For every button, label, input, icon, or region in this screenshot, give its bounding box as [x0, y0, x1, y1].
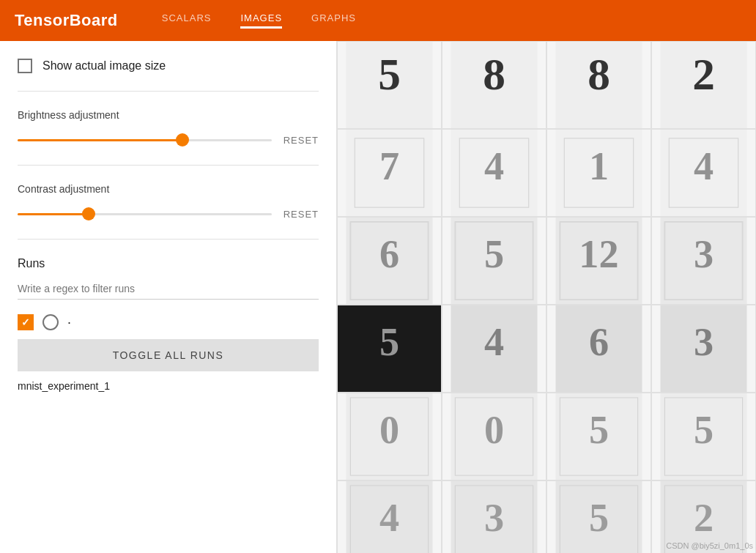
image-cell: 4 — [442, 129, 546, 217]
brightness-thumb[interactable] — [176, 133, 189, 146]
image-cell: 4 — [651, 129, 756, 217]
svg-text:3: 3 — [694, 320, 714, 364]
sidebar: Show actual image size Brightness adjust… — [0, 41, 337, 553]
image-cell: 3 — [651, 305, 756, 393]
show-image-size-checkbox[interactable] — [18, 59, 32, 73]
svg-text:2: 2 — [694, 496, 714, 540]
image-cell: 5 — [651, 393, 756, 480]
svg-text:4: 4 — [484, 144, 504, 188]
image-cell: 5 — [337, 305, 442, 393]
show-image-size-label: Show actual image size — [42, 59, 166, 73]
image-cell: 8 — [546, 41, 651, 129]
image-cell: 5 — [337, 41, 442, 129]
runs-controls: · — [18, 314, 319, 330]
svg-text:6: 6 — [379, 232, 399, 276]
runs-filter-input[interactable] — [18, 283, 319, 300]
svg-text:4: 4 — [694, 144, 714, 188]
svg-text:3: 3 — [694, 232, 714, 276]
nav-images[interactable]: IMAGES — [240, 12, 282, 29]
svg-text:12: 12 — [579, 232, 618, 276]
image-cell: 0 — [442, 393, 546, 480]
watermark: CSDN @biy5zi_0m1_0s — [666, 541, 753, 550]
svg-text:8: 8 — [588, 49, 610, 99]
svg-text:3: 3 — [484, 496, 504, 540]
image-cell: 6 — [337, 217, 442, 305]
app-logo: TensorBoard — [15, 11, 118, 30]
brightness-slider-container[interactable] — [18, 133, 272, 147]
contrast-reset-button[interactable]: RESET — [284, 209, 319, 220]
svg-text:5: 5 — [589, 496, 609, 540]
contrast-fill — [18, 213, 89, 215]
svg-text:8: 8 — [483, 49, 505, 99]
image-cell: 7 — [337, 129, 442, 217]
image-cell: 12 — [546, 217, 651, 305]
runs-title: Runs — [18, 257, 319, 270]
brightness-reset-button[interactable]: RESET — [284, 135, 319, 146]
contrast-thumb[interactable] — [82, 207, 95, 220]
svg-text:4: 4 — [379, 496, 399, 540]
svg-text:5: 5 — [589, 408, 609, 452]
contrast-slider-container[interactable] — [18, 207, 272, 221]
brightness-track — [18, 139, 272, 141]
svg-text:0: 0 — [484, 408, 504, 452]
image-cell: 5 — [546, 393, 651, 480]
nav-scalars[interactable]: SCALARS — [162, 12, 212, 29]
image-cell: 2 — [651, 41, 756, 129]
brightness-label: Brightness adjustment — [18, 109, 319, 121]
svg-text:4: 4 — [484, 320, 504, 364]
header: TensorBoard SCALARS IMAGES GRAPHS — [0, 0, 756, 41]
nav-graphs[interactable]: GRAPHS — [311, 12, 356, 29]
image-content: 5 8 8 2 — [337, 41, 756, 553]
svg-text:7: 7 — [379, 144, 399, 188]
brightness-slider-row: RESET — [18, 133, 319, 147]
svg-text:5: 5 — [378, 49, 401, 99]
run-radio[interactable] — [42, 314, 59, 330]
svg-text:5: 5 — [379, 320, 399, 364]
image-cell: 4 — [337, 480, 442, 553]
runs-section: Runs · TOGGLE ALL RUNS mnist_experiment_… — [18, 257, 319, 409]
image-grid: 5 8 8 2 — [337, 41, 756, 553]
contrast-section: Contrast adjustment RESET — [18, 183, 319, 240]
svg-text:2: 2 — [692, 49, 715, 99]
image-size-section: Show actual image size — [18, 59, 319, 92]
toggle-all-runs-button[interactable]: TOGGLE ALL RUNS — [18, 339, 319, 371]
image-cell: 5 — [442, 217, 546, 305]
svg-text:5: 5 — [694, 408, 714, 452]
contrast-slider-row: RESET — [18, 207, 319, 221]
image-cell: 3 — [651, 217, 756, 305]
image-cell: 8 — [442, 41, 546, 129]
show-image-size-row: Show actual image size — [18, 59, 319, 73]
run-name-label: mnist_experiment_1 — [18, 380, 319, 392]
svg-text:0: 0 — [379, 408, 399, 452]
main-nav: SCALARS IMAGES GRAPHS — [162, 12, 356, 29]
brightness-section: Brightness adjustment RESET — [18, 109, 319, 166]
image-cell: 0 — [337, 393, 442, 480]
brightness-fill — [18, 139, 182, 141]
svg-text:5: 5 — [484, 232, 504, 276]
svg-text:1: 1 — [589, 144, 609, 188]
run-checkbox[interactable] — [18, 314, 34, 330]
image-cell: 4 — [442, 305, 546, 393]
contrast-track — [18, 213, 272, 215]
contrast-label: Contrast adjustment — [18, 183, 319, 195]
image-cell: 3 — [442, 480, 546, 553]
main-layout: Show actual image size Brightness adjust… — [0, 41, 756, 553]
svg-text:6: 6 — [589, 320, 609, 364]
image-cell: 5 — [546, 480, 651, 553]
image-cell: 1 — [546, 129, 651, 217]
image-cell: 6 — [546, 305, 651, 393]
run-dot: · — [67, 315, 71, 330]
